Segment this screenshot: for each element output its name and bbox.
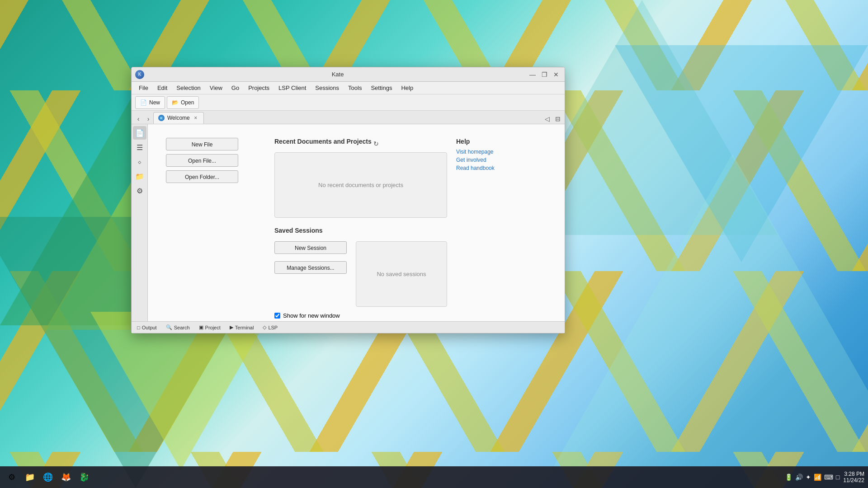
volume-icon: 🔊 bbox=[795, 474, 803, 481]
tab-nav-back[interactable]: ‹ bbox=[133, 114, 143, 124]
help-section: Help Visit homepage Get involved Read ha… bbox=[456, 138, 547, 319]
open-folder-button[interactable]: Open Folder... bbox=[166, 170, 238, 183]
minimize-button[interactable]: — bbox=[528, 70, 538, 80]
taskbar-browser-icon[interactable]: 🌐 bbox=[40, 469, 56, 485]
recent-section: Recent Documents and Projects ↻ No recen… bbox=[274, 138, 447, 218]
new-file-icon: 📄 bbox=[140, 99, 147, 106]
restore-button[interactable]: ❐ bbox=[539, 70, 549, 80]
menu-projects[interactable]: Projects bbox=[245, 83, 273, 93]
recent-section-title: Recent Documents and Projects bbox=[274, 138, 372, 145]
taskbar-firefox-icon[interactable]: 🦊 bbox=[58, 469, 74, 485]
new-button[interactable]: 📄 New bbox=[135, 96, 165, 109]
sessions-section: Saved Sessions New Session Manage Sessio… bbox=[274, 227, 447, 307]
bluetooth-icon: ✦ bbox=[806, 474, 811, 481]
statusbar-lsp[interactable]: ◇ LSP bbox=[261, 324, 279, 331]
output-label: Output bbox=[142, 325, 157, 330]
open-icon: 📂 bbox=[172, 99, 179, 106]
statusbar: □ Output 🔍 Search ▣ Project ▶ Terminal ◇… bbox=[132, 321, 565, 333]
new-button-label: New bbox=[149, 99, 160, 106]
menu-help[interactable]: Help bbox=[397, 83, 417, 93]
taskbar-files-icon[interactable]: 📁 bbox=[22, 469, 38, 485]
statusbar-search[interactable]: 🔍 Search bbox=[164, 324, 192, 331]
taskbar-left: ⚙ 📁 🌐 🦊 🐉 bbox=[4, 469, 92, 485]
help-title: Help bbox=[456, 138, 547, 145]
menu-tools[interactable]: Tools bbox=[344, 83, 365, 93]
recent-refresh-button[interactable]: ↻ bbox=[372, 139, 381, 148]
tab-split-button[interactable]: ⊟ bbox=[553, 114, 563, 124]
taskbar-sys-icons: 🔋 🔊 ✦ 📶 ⌨ □ bbox=[785, 474, 840, 481]
tab-pin-button[interactable]: ◁ bbox=[542, 114, 552, 124]
manage-sessions-button[interactable]: Manage Sessions... bbox=[274, 261, 347, 274]
taskbar: ⚙ 📁 🌐 🦊 🐉 🔋 🔊 ✦ 📶 ⌨ □ 3:28 PM 11/24/22 bbox=[0, 466, 868, 488]
lsp-label: LSP bbox=[268, 325, 278, 330]
menu-selection[interactable]: Selection bbox=[173, 83, 204, 93]
close-button[interactable]: ✕ bbox=[551, 70, 561, 80]
taskbar-clock[interactable]: 3:28 PM 11/24/22 bbox=[843, 471, 864, 483]
clock-date: 11/24/22 bbox=[843, 477, 864, 483]
terminal-label: Terminal bbox=[235, 325, 254, 330]
new-session-button[interactable]: New Session bbox=[274, 241, 347, 254]
show-for-new-window-label: Show for new window bbox=[283, 312, 340, 319]
taskbar-kde-icon[interactable]: 🐉 bbox=[76, 469, 92, 485]
session-buttons: New Session Manage Sessions... bbox=[274, 241, 347, 277]
tab-nav-forward[interactable]: › bbox=[143, 114, 153, 124]
show-for-new-window-checkbox[interactable] bbox=[274, 313, 280, 319]
sidebar-projects-icon[interactable]: 📁 bbox=[133, 169, 146, 183]
menu-sessions[interactable]: Sessions bbox=[311, 83, 343, 93]
menu-view[interactable]: View bbox=[206, 83, 226, 93]
battery-icon: 🔋 bbox=[785, 474, 793, 481]
wifi-icon: 📶 bbox=[814, 474, 821, 481]
sidebar-filetree-icon[interactable]: ☰ bbox=[133, 141, 146, 154]
welcome-middle: Recent Documents and Projects ↻ No recen… bbox=[274, 138, 447, 319]
sidebar-plugins-icon[interactable]: ⚙ bbox=[133, 184, 146, 197]
open-button[interactable]: 📂 Open bbox=[167, 96, 199, 109]
get-involved-link[interactable]: Get involved bbox=[456, 157, 547, 163]
open-button-label: Open bbox=[181, 99, 194, 106]
sidebar-git-icon[interactable]: ⬦ bbox=[133, 155, 146, 169]
menu-edit[interactable]: Edit bbox=[154, 83, 171, 93]
content-area: 📄 ☰ ⬦ 📁 ⚙ New File Open File... Open Fol… bbox=[132, 124, 565, 321]
lsp-icon: ◇ bbox=[263, 324, 266, 330]
sidebar-icons: 📄 ☰ ⬦ 📁 ⚙ bbox=[132, 124, 148, 321]
visit-homepage-link[interactable]: Visit homepage bbox=[456, 149, 547, 155]
menu-file[interactable]: File bbox=[135, 83, 152, 93]
statusbar-terminal[interactable]: ▶ Terminal bbox=[228, 324, 256, 331]
tabbar: ‹ › K Welcome × ◁ ⊟ bbox=[132, 111, 565, 124]
keyboard-icon: ⌨ bbox=[824, 474, 833, 481]
project-icon: ▣ bbox=[199, 324, 203, 330]
menu-lsp-client[interactable]: LSP Client bbox=[275, 83, 310, 93]
tab-welcome-label: Welcome bbox=[167, 115, 190, 121]
menu-settings[interactable]: Settings bbox=[367, 83, 396, 93]
no-sessions-text: No saved sessions bbox=[377, 271, 426, 277]
screenshare-icon: □ bbox=[836, 474, 840, 481]
tabbar-right: ◁ ⊟ bbox=[542, 114, 563, 124]
welcome-grid: New File Open File... Open Folder... Rec… bbox=[166, 138, 547, 319]
read-handbook-link[interactable]: Read handbook bbox=[456, 165, 547, 171]
tab-close-button[interactable]: × bbox=[193, 115, 199, 121]
statusbar-project[interactable]: ▣ Project bbox=[197, 324, 222, 331]
tab-welcome-icon: K bbox=[158, 115, 165, 121]
window-controls: — ❐ ✕ bbox=[528, 70, 561, 80]
show-for-new-window-row: Show for new window bbox=[274, 312, 447, 319]
app-icon: K bbox=[135, 70, 144, 79]
sidebar-documents-icon[interactable]: 📄 bbox=[133, 126, 146, 140]
search-label: Search bbox=[174, 325, 190, 330]
project-label: Project bbox=[205, 325, 221, 330]
search-icon: 🔍 bbox=[166, 324, 172, 330]
statusbar-output[interactable]: □ Output bbox=[135, 324, 159, 331]
clock-time: 3:28 PM bbox=[843, 471, 864, 477]
taskbar-settings-icon[interactable]: ⚙ bbox=[4, 469, 20, 485]
no-recent-text: No recent documents or projects bbox=[318, 182, 403, 188]
tab-welcome[interactable]: K Welcome × bbox=[153, 112, 204, 124]
kate-window: K Kate — ❐ ✕ File Edit Selection View Go… bbox=[131, 67, 565, 333]
open-file-button[interactable]: Open File... bbox=[166, 154, 238, 167]
new-file-button[interactable]: New File bbox=[166, 138, 238, 150]
sessions-box: No saved sessions bbox=[356, 241, 447, 307]
output-icon: □ bbox=[137, 325, 140, 330]
recent-box: No recent documents or projects bbox=[274, 152, 447, 218]
toolbar: 📄 New 📂 Open bbox=[132, 94, 565, 111]
titlebar: K Kate — ❐ ✕ bbox=[132, 67, 565, 82]
menu-go[interactable]: Go bbox=[228, 83, 243, 93]
welcome-page: New File Open File... Open Folder... Rec… bbox=[148, 124, 565, 321]
sessions-section-title: Saved Sessions bbox=[274, 227, 323, 234]
